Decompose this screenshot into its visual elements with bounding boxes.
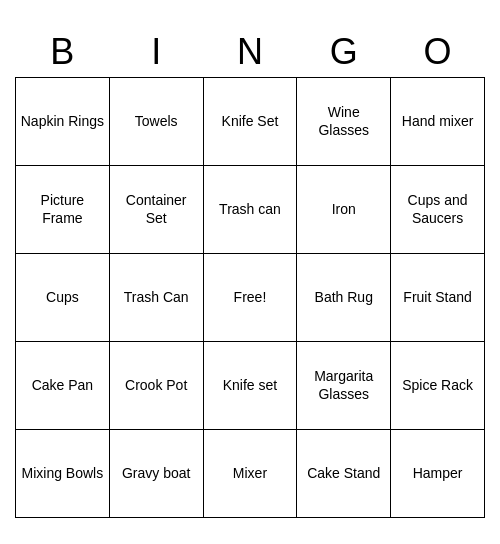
cell-3-1: Crook Pot (109, 341, 203, 429)
cell-3-4: Spice Rack (391, 341, 485, 429)
cell-1-2: Trash can (203, 165, 297, 253)
cell-3-2: Knife set (203, 341, 297, 429)
cell-0-3: Wine Glasses (297, 77, 391, 165)
cell-1-3: Iron (297, 165, 391, 253)
cell-2-3: Bath Rug (297, 253, 391, 341)
cell-2-2: Free! (203, 253, 297, 341)
header-letter-b: B (16, 27, 110, 78)
header-letter-i: I (109, 27, 203, 78)
grid-row-4: Mixing BowlsGravy boatMixerCake StandHam… (16, 429, 485, 517)
grid-row-0: Napkin RingsTowelsKnife SetWine GlassesH… (16, 77, 485, 165)
cell-0-0: Napkin Rings (16, 77, 110, 165)
grid-row-3: Cake PanCrook PotKnife setMargarita Glas… (16, 341, 485, 429)
grid-row-1: Picture FrameContainer SetTrash canIronC… (16, 165, 485, 253)
cell-0-2: Knife Set (203, 77, 297, 165)
cell-1-0: Picture Frame (16, 165, 110, 253)
cell-0-4: Hand mixer (391, 77, 485, 165)
cell-4-1: Gravy boat (109, 429, 203, 517)
cell-4-2: Mixer (203, 429, 297, 517)
cell-4-0: Mixing Bowls (16, 429, 110, 517)
cell-0-1: Towels (109, 77, 203, 165)
cell-4-3: Cake Stand (297, 429, 391, 517)
cell-3-3: Margarita Glasses (297, 341, 391, 429)
cell-1-1: Container Set (109, 165, 203, 253)
bingo-card: BINGO Napkin RingsTowelsKnife SetWine Gl… (15, 27, 485, 518)
header-letter-n: N (203, 27, 297, 78)
cell-4-4: Hamper (391, 429, 485, 517)
header-letter-g: G (297, 27, 391, 78)
cell-3-0: Cake Pan (16, 341, 110, 429)
grid-row-2: CupsTrash CanFree!Bath RugFruit Stand (16, 253, 485, 341)
cell-2-1: Trash Can (109, 253, 203, 341)
cell-1-4: Cups and Saucers (391, 165, 485, 253)
cell-2-0: Cups (16, 253, 110, 341)
header-letter-o: O (391, 27, 485, 78)
cell-2-4: Fruit Stand (391, 253, 485, 341)
header-row: BINGO (16, 27, 485, 78)
